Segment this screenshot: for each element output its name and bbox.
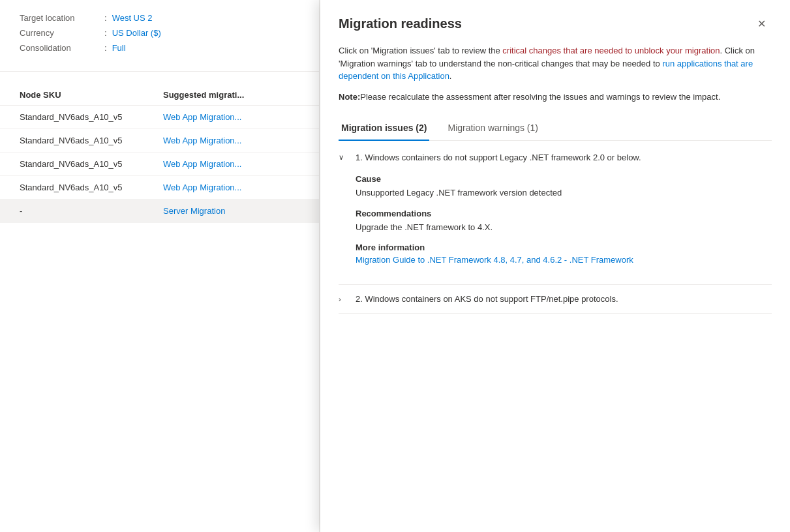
table-row: Standard_NV6ads_A10_v5 Web App Migration… [0, 106, 319, 129]
consolidation-value: Full [112, 43, 126, 53]
chevron-right-icon: › [339, 295, 349, 303]
issue-title-2: 2. Windows containers on AKS do not supp… [356, 294, 618, 304]
info-row-currency: Currency : US Dollar ($) [20, 28, 299, 38]
tabs-container: Migration issues (2) Migration warnings … [339, 116, 772, 141]
col-sku-header: Node SKU [20, 90, 163, 100]
issue-header-1[interactable]: ∨ 1. Windows containers do not support L… [339, 143, 772, 171]
migration-link[interactable]: Server Migration [163, 206, 299, 216]
sku-cell: Standard_NV6ads_A10_v5 [20, 159, 163, 169]
info-section: Target location : West US 2 Currency : U… [0, 0, 319, 72]
migration-readiness-dialog: Migration readiness ✕ Click on 'Migratio… [320, 0, 790, 532]
more-info-link[interactable]: Migration Guide to .NET Framework 4.8, 4… [356, 255, 633, 265]
chevron-down-icon: ∨ [339, 153, 349, 162]
tab-migration-warnings[interactable]: Migration warnings (1) [445, 116, 541, 141]
node-table: Node SKU Suggested migrati... Standard_N… [0, 72, 319, 236]
more-info-label: More information [356, 243, 772, 252]
info-row-consolidation: Consolidation : Full [20, 43, 299, 53]
cause-section: Cause Unsupported Legacy .NET framework … [356, 174, 772, 200]
intro-part1: Click on 'Migration issues' tab to revie… [339, 46, 502, 55]
close-button[interactable]: ✕ [751, 13, 772, 34]
left-panel: Target location : West US 2 Currency : U… [0, 0, 320, 532]
sku-cell: - [20, 206, 163, 216]
recommendations-label: Recommendations [356, 209, 772, 218]
recommendations-section: Recommendations Upgrade the .NET framewo… [356, 209, 772, 234]
dialog-title: Migration readiness [339, 16, 462, 31]
col-migration-header: Suggested migrati... [163, 90, 299, 100]
recommendations-text: Upgrade the .NET framework to 4.X. [356, 221, 772, 234]
currency-label: Currency [20, 28, 104, 38]
sku-cell: Standard_NV6ads_A10_v5 [20, 183, 163, 192]
note-text: Please recalculate the assessment after … [360, 92, 720, 102]
dialog-header: Migration readiness ✕ [320, 0, 790, 44]
table-row: Standard_NV6ads_A10_v5 Web App Migration… [0, 176, 319, 200]
table-row: - Server Migration [0, 200, 319, 223]
migration-link[interactable]: Web App Migration... [163, 159, 299, 169]
issue-header-2[interactable]: › 2. Windows containers on AKS do not su… [339, 285, 772, 313]
migration-link[interactable]: Web App Migration... [163, 183, 299, 192]
sku-cell: Standard_NV6ads_A10_v5 [20, 112, 163, 122]
more-info-section: More information Migration Guide to .NET… [356, 243, 772, 265]
currency-value: US Dollar ($) [112, 28, 161, 38]
table-row: Standard_NV6ads_A10_v5 Web App Migration… [0, 129, 319, 153]
sku-cell: Standard_NV6ads_A10_v5 [20, 136, 163, 145]
note-bold: Note: [339, 92, 360, 102]
issue-item-2: › 2. Windows containers on AKS do not su… [339, 285, 772, 314]
consolidation-label: Consolidation [20, 43, 104, 53]
intro-part3: . [449, 71, 452, 81]
cause-label: Cause [356, 174, 772, 184]
issue-title-1: 1. Windows containers do not support Leg… [356, 153, 641, 162]
target-location-label: Target location [20, 13, 104, 23]
cause-text: Unsupported Legacy .NET framework versio… [356, 186, 772, 200]
table-row: Standard_NV6ads_A10_v5 Web App Migration… [0, 153, 319, 176]
note-paragraph: Note:Please recalculate the assessment a… [339, 91, 772, 104]
issues-list: ∨ 1. Windows containers do not support L… [339, 141, 772, 314]
target-location-value: West US 2 [112, 13, 153, 23]
intro-link1[interactable]: critical changes that are needed to unbl… [502, 46, 720, 55]
dialog-content: Click on 'Migration issues' tab to revie… [320, 44, 790, 532]
info-row-target: Target location : West US 2 [20, 13, 299, 23]
table-header: Node SKU Suggested migrati... [0, 85, 319, 106]
issue-body-1: Cause Unsupported Legacy .NET framework … [339, 171, 772, 284]
migration-link[interactable]: Web App Migration... [163, 112, 299, 122]
intro-paragraph: Click on 'Migration issues' tab to revie… [339, 44, 772, 83]
issue-item-1: ∨ 1. Windows containers do not support L… [339, 143, 772, 285]
tab-migration-issues[interactable]: Migration issues (2) [339, 116, 429, 141]
migration-link[interactable]: Web App Migration... [163, 136, 299, 145]
